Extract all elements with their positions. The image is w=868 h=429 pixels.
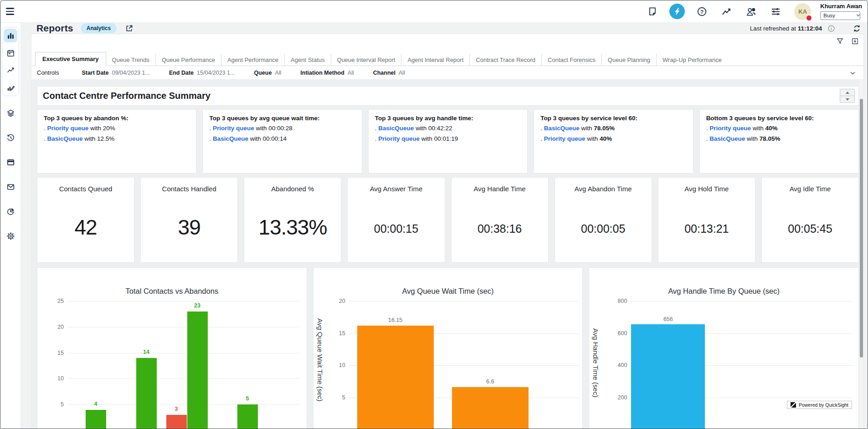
- sidebar-item-layers[interactable]: [4, 106, 17, 120]
- layers-icon: [6, 109, 15, 117]
- insight-line: . Priority queue with 00:01:19: [375, 135, 521, 143]
- gridline: [349, 301, 579, 301]
- filter-channel[interactable]: ChannelAll: [373, 70, 405, 76]
- boost-lightning-icon[interactable]: [669, 4, 685, 19]
- controls-collapse-chevron-icon[interactable]: [849, 70, 856, 77]
- queue-link[interactable]: Priority queue: [47, 125, 89, 132]
- tab-queue-performance[interactable]: Queue Performance: [156, 54, 221, 66]
- insight-line-value: 78.05%: [594, 125, 615, 132]
- sidebar-item-trends[interactable]: [4, 63, 17, 77]
- sidebar-item-schedule[interactable]: [4, 46, 17, 60]
- sidebar-item-pie-reports[interactable]: [4, 204, 17, 218]
- chart-panel-1: Total Contacts vs Abandons25201510541432…: [37, 267, 307, 429]
- filter-intiation-method[interactable]: Intiation MethodAll: [300, 70, 354, 76]
- insight-line-value: 00:00:14: [262, 135, 287, 142]
- bar-abandons[interactable]: [166, 415, 187, 429]
- filter-funnel-icon[interactable]: [836, 37, 844, 45]
- export-icon[interactable]: [851, 37, 859, 45]
- sidebar-item-dashboards[interactable]: [4, 29, 17, 42]
- bar-contacts[interactable]: [187, 312, 208, 429]
- sidebar-item-customize[interactable]: [4, 81, 17, 94]
- bar-value[interactable]: [631, 324, 705, 429]
- queue-link[interactable]: Priority queue: [709, 125, 751, 132]
- gridline: [67, 327, 300, 327]
- settings-sliders-icon[interactable]: [768, 4, 783, 19]
- queue-link[interactable]: Priority queue: [213, 125, 254, 132]
- tab-queue-interval-report[interactable]: Queue Interval Report: [331, 54, 402, 66]
- hamburger-menu-icon[interactable]: [6, 5, 18, 17]
- tab-contact-forensics[interactable]: Contact Forensics: [542, 54, 602, 66]
- mail-icon: [6, 183, 15, 191]
- topbar: ? KA Khurram Awan Busy: [0, 0, 868, 23]
- queue-link[interactable]: BasicQueue: [47, 135, 83, 142]
- queue-link[interactable]: BasicQueue: [213, 135, 248, 142]
- tab-agent-performance[interactable]: Agent Performance: [221, 54, 285, 66]
- filter-label: Channel: [373, 70, 395, 76]
- tab-queue-trends[interactable]: Queue Trends: [106, 54, 156, 66]
- kpi-title: Avg Answer Time: [348, 185, 444, 193]
- filter-queue[interactable]: QueueAll: [254, 70, 281, 76]
- queue-link[interactable]: BasicQueue: [544, 125, 580, 132]
- sidebar-item-window[interactable]: [4, 155, 17, 169]
- tab-wrap-up-performance[interactable]: Wrap-Up Performance: [657, 54, 728, 66]
- insight-cards-row: Top 3 queues by abandon %:. Priority que…: [37, 109, 859, 174]
- filter-start-date[interactable]: Start Date09/04/2023 1...: [82, 70, 149, 76]
- tab-queue-planning[interactable]: Queue Planning: [602, 54, 657, 66]
- kpi-title: Abandoned %: [244, 185, 341, 193]
- filter-end-date[interactable]: End Date15/04/2023 1...: [169, 70, 235, 76]
- scrollbar-thumb[interactable]: [860, 99, 863, 358]
- filter-value: All: [275, 70, 281, 76]
- tab-agent-status[interactable]: Agent Status: [285, 54, 331, 66]
- bar-contacts[interactable]: [237, 404, 258, 429]
- chart-title: Total Contacts vs Abandons: [37, 287, 307, 296]
- status-select-wrap: Busy: [820, 11, 862, 20]
- insight-card-title: Top 3 queues by avg queue wait time:: [209, 115, 355, 122]
- status-select[interactable]: Busy: [820, 11, 860, 20]
- avatar[interactable]: KA: [794, 3, 811, 20]
- y-axis-tick: 15: [46, 350, 64, 356]
- queue-link[interactable]: BasicQueue: [709, 135, 745, 142]
- avatar-initials: KA: [798, 8, 807, 15]
- sidebar-item-mail[interactable]: [4, 180, 17, 194]
- y-axis-tick: 10: [46, 375, 64, 382]
- kpi-title: Contacts Queued: [37, 185, 134, 193]
- notes-icon[interactable]: [645, 4, 660, 19]
- queue-link[interactable]: BasicQueue: [378, 125, 414, 132]
- insight-card: Top 3 queues by avg handle time:. BasicQ…: [368, 109, 528, 174]
- y-axis-tick: 400: [609, 362, 627, 368]
- insight-line-value: 40%: [765, 125, 777, 132]
- bar-contacts[interactable]: [86, 410, 106, 429]
- app-window: ? KA Khurram Awan Busy: [0, 0, 868, 429]
- kpi-value: 42: [37, 215, 134, 240]
- insight-line-prefix: .: [44, 135, 47, 142]
- refresh-icon[interactable]: [853, 24, 861, 33]
- bar-contacts[interactable]: [136, 358, 157, 429]
- external-link-icon[interactable]: [125, 24, 134, 33]
- tab-executive-summary[interactable]: Executive Summary: [35, 52, 106, 66]
- metrics-chart-icon[interactable]: [719, 4, 734, 19]
- sidebar-item-history[interactable]: [4, 131, 17, 144]
- insight-line-value: 20%: [103, 125, 115, 132]
- bar-chart-icon: [6, 31, 15, 40]
- help-icon[interactable]: ?: [694, 4, 709, 19]
- insight-line-prefix: .: [209, 125, 213, 132]
- sidebar-item-settings[interactable]: [4, 229, 17, 243]
- bar-value[interactable]: [357, 326, 434, 429]
- spinner-down-button[interactable]: [840, 96, 855, 103]
- kpi-cards-row: Contacts Queued42Contacts Handled39Aband…: [37, 177, 859, 263]
- bar-value[interactable]: [452, 387, 529, 429]
- queue-link[interactable]: Priority queue: [544, 135, 586, 142]
- tab-contract-trace-record[interactable]: Contract Trace Record: [470, 54, 542, 66]
- queue-link[interactable]: Priority queue: [378, 135, 420, 142]
- insight-card-title: Top 3 queues by abandon %:: [44, 115, 190, 122]
- spinner-up-button[interactable]: [840, 89, 855, 96]
- vertical-scrollbar[interactable]: [859, 79, 863, 429]
- charts-row: Total Contacts vs Abandons25201510541432…: [37, 267, 859, 429]
- bar-data-label: 656: [652, 316, 684, 322]
- tab-agent-interval-report[interactable]: Agent Interval Report: [401, 54, 470, 66]
- insight-line: . BasicQueue with 78.05%: [706, 135, 852, 143]
- agents-people-icon[interactable]: [743, 4, 759, 19]
- sidebar-rest: [4, 106, 17, 243]
- info-icon[interactable]: [827, 25, 835, 32]
- kpi-card-abandoned-: Abandoned %13.33%: [244, 177, 341, 263]
